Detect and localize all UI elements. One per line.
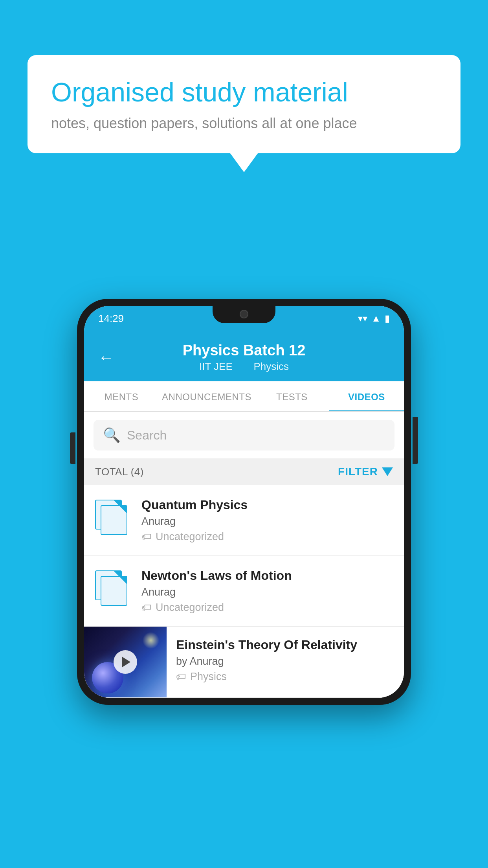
camera (240, 310, 248, 318)
stars-graphic (141, 631, 161, 650)
battery-icon: ▮ (385, 313, 390, 324)
video-tag-quantum: Uncategorized (156, 531, 224, 543)
filter-button[interactable]: FILTER (338, 465, 393, 478)
tag-icon-quantum: 🏷 (141, 531, 152, 543)
video-tag-row-newtons: 🏷 Uncategorized (141, 601, 393, 614)
video-list: Quantum Physics Anurag 🏷 Uncategorized (84, 485, 404, 698)
video-info-einstein: Einstein's Theory Of Relativity by Anura… (167, 627, 404, 694)
doc-icon-front (101, 505, 127, 535)
doc-icon-front-2 (101, 576, 127, 606)
bubble-subtitle: notes, question papers, solutions all at… (51, 115, 437, 132)
tab-bar: MENTS ANNOUNCEMENTS TESTS VIDEOS (84, 381, 404, 412)
speech-bubble: Organised study material notes, question… (28, 55, 460, 153)
tag-icon-einstein: 🏷 (176, 671, 186, 683)
tab-ments[interactable]: MENTS (84, 381, 159, 411)
video-item-newtons-laws[interactable]: Newton's Laws of Motion Anurag 🏷 Uncateg… (84, 556, 404, 627)
video-title-einstein: Einstein's Theory Of Relativity (176, 638, 394, 652)
video-item-einstein[interactable]: Einstein's Theory Of Relativity by Anura… (84, 627, 404, 698)
header-text: Physics Batch 12 IIT JEE Physics (123, 342, 365, 373)
search-input-wrapper[interactable]: 🔍 Search (94, 420, 394, 451)
filter-icon (382, 467, 393, 476)
wifi-icon: ▾▾ (358, 313, 367, 324)
tab-tests[interactable]: TESTS (255, 381, 329, 411)
total-count-label: TOTAL (4) (95, 466, 144, 478)
filter-label: FILTER (338, 465, 378, 478)
search-container: 🔍 Search (84, 412, 404, 458)
video-info-quantum: Quantum Physics Anurag 🏷 Uncategorized (141, 498, 393, 543)
header-subtitle-separator (242, 360, 247, 372)
video-icon-quantum (95, 498, 130, 533)
filter-bar: TOTAL (4) FILTER (84, 458, 404, 485)
video-thumbnail-einstein (84, 627, 167, 697)
search-placeholder: Search (127, 428, 167, 443)
video-tag-einstein: Physics (190, 671, 227, 683)
header-title: Physics Batch 12 (123, 342, 365, 359)
video-author-einstein: by Anurag (176, 655, 394, 668)
video-item-quantum-physics[interactable]: Quantum Physics Anurag 🏷 Uncategorized (84, 485, 404, 556)
status-time: 14:29 (98, 313, 124, 325)
signal-icon: ▲ (371, 313, 381, 324)
play-button[interactable] (114, 650, 137, 674)
phone-wrapper: 14:29 ▾▾ ▲ ▮ ← Physics Batch 12 IIT JEE … (77, 299, 411, 705)
bubble-title: Organised study material (51, 77, 437, 107)
notch (213, 306, 275, 323)
video-title-quantum: Quantum Physics (141, 498, 393, 512)
video-title-newtons: Newton's Laws of Motion (141, 568, 393, 583)
phone-screen: 14:29 ▾▾ ▲ ▮ ← Physics Batch 12 IIT JEE … (84, 306, 404, 698)
video-author-newtons: Anurag (141, 586, 393, 598)
video-tag-row-einstein: 🏷 Physics (176, 671, 394, 683)
back-button[interactable]: ← (98, 349, 114, 366)
status-bar: 14:29 ▾▾ ▲ ▮ (84, 306, 404, 331)
video-author-quantum: Anurag (141, 515, 393, 528)
tab-videos[interactable]: VIDEOS (329, 381, 404, 411)
header-subtitle-part2: Physics (253, 360, 289, 372)
phone-outer: 14:29 ▾▾ ▲ ▮ ← Physics Batch 12 IIT JEE … (77, 299, 411, 705)
status-icons: ▾▾ ▲ ▮ (358, 313, 390, 324)
video-icon-newtons (95, 568, 130, 604)
search-icon: 🔍 (103, 427, 121, 443)
tab-announcements[interactable]: ANNOUNCEMENTS (159, 381, 255, 411)
app-header: ← Physics Batch 12 IIT JEE Physics (84, 331, 404, 381)
speech-bubble-container: Organised study material notes, question… (28, 55, 460, 153)
tag-icon-newtons: 🏷 (141, 601, 152, 614)
header-subtitle-part1: IIT JEE (199, 360, 233, 372)
header-subtitle: IIT JEE Physics (123, 360, 365, 373)
video-tag-row-quantum: 🏷 Uncategorized (141, 531, 393, 543)
video-info-newtons: Newton's Laws of Motion Anurag 🏷 Uncateg… (141, 568, 393, 614)
video-tag-newtons: Uncategorized (156, 601, 224, 614)
play-icon (122, 657, 130, 668)
